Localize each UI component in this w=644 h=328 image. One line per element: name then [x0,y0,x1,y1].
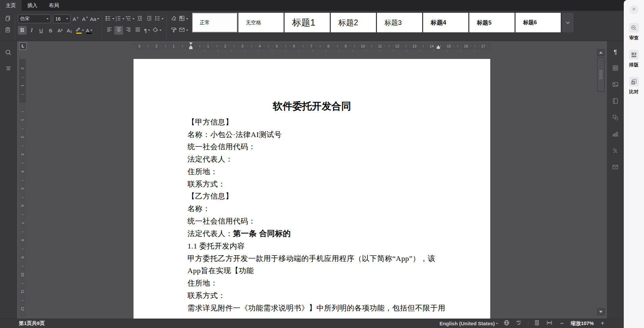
scrollbar-thumb[interactable] [597,57,605,92]
highlight-color-button[interactable] [75,26,84,35]
chevron-down-icon [82,30,84,31]
align-left-button[interactable] [105,26,114,35]
sidebar-item-review[interactable]: 审查 [629,23,639,41]
subscript-button[interactable]: A₂ [65,26,74,35]
shapes-strip-button[interactable] [611,114,620,123]
document-line[interactable]: 【乙方信息】 [187,190,436,203]
change-case-icon: Aa [90,16,96,22]
right-indent-marker[interactable] [437,45,440,47]
line-spacing-button[interactable] [154,14,164,23]
document-line[interactable]: 名称：小包公·法律AI测试号 [187,129,436,141]
chart-strip-button[interactable] [611,130,620,139]
document-line[interactable]: 名称： [187,203,436,215]
language-selector[interactable]: English (United States) [439,321,498,326]
document-title[interactable]: 软件委托开发合同 [187,99,436,113]
borders-button[interactable] [179,14,188,23]
paste-button[interactable] [3,26,12,35]
document-line[interactable]: 住所地： [187,166,436,178]
document-line[interactable]: 【甲方信息】 [187,116,436,129]
bold-button[interactable]: B [18,26,27,35]
text-box-strip-button[interactable] [611,97,620,106]
formatting-marks-button[interactable]: ¶ [143,26,151,35]
underline-button[interactable]: U [37,26,46,35]
fit-width-button[interactable] [546,320,553,327]
format-painter-button[interactable] [169,26,178,35]
copy-button[interactable] [3,14,12,23]
table-strip-button[interactable] [611,64,620,73]
document-line[interactable]: App旨在实现【功能 [187,265,436,277]
menu-tab-布局[interactable]: 布局 [43,0,65,11]
style-标题4[interactable]: 标题4 [423,13,468,32]
sidebar-item-typeset[interactable]: 排版 [629,50,639,68]
style-正常[interactable]: 正常 [192,13,237,32]
shrink-font-button[interactable]: A▼ [81,14,89,23]
spellcheck-button[interactable]: ABC [516,320,523,327]
style-标题5[interactable]: 标题5 [469,13,515,32]
outline-button[interactable] [4,65,12,73]
strikethrough-button[interactable]: S [46,26,55,35]
close-sidebar-button[interactable] [630,5,639,14]
style-无空格[interactable]: 无空格 [238,13,284,32]
document-line[interactable]: 联系方式： [187,178,436,191]
style-标题2[interactable]: 标题2 [331,13,376,32]
style-gallery-more-button[interactable] [562,13,574,32]
ruler-tick [272,46,273,46]
translate-button[interactable] [503,320,510,327]
style-标题6[interactable]: 标题6 [516,13,561,32]
scroll-down-button[interactable] [597,308,605,315]
numbered-list-button[interactable]: 123 [115,14,124,23]
decrease-indent-button[interactable] [135,14,144,23]
menu-tab-插入[interactable]: 插入 [22,0,43,11]
first-line-indent-marker[interactable] [189,42,193,45]
left-indent-marker[interactable] [189,47,193,49]
formatting-marks-strip-button[interactable]: ¶ [611,48,620,57]
image-strip-button[interactable] [611,81,620,90]
grow-font-button[interactable]: A▲ [71,14,80,23]
justify-button[interactable] [133,26,142,35]
fit-page-button[interactable] [533,320,541,327]
bullet-list-button[interactable] [105,14,114,23]
document-line[interactable]: 联系方式： [187,290,436,302]
document-line[interactable]: 法定代表人：第一条 合同标的 [187,227,436,240]
align-center-button[interactable] [114,26,123,35]
font-size-select[interactable]: 16 [53,14,70,23]
hanging-indent-marker[interactable] [189,45,193,47]
style-标题1[interactable]: 标题1 [285,13,330,32]
multilevel-list-button[interactable] [125,14,135,23]
align-right-button[interactable] [124,26,133,35]
document-line[interactable]: 统一社会信用代码： [187,141,436,153]
document-line[interactable]: 住所地： [187,277,436,290]
text-effects-strip-button[interactable]: Ta [611,147,620,156]
ruler-tick [148,45,148,47]
zoom-in-button[interactable]: + [599,320,606,327]
increase-indent-button[interactable] [145,14,153,23]
document-page[interactable]: 软件委托开发合同 【甲方信息】名称：小包公·法律AI测试号统一社会信用代码：法定… [134,59,490,319]
sidebar-item-compare[interactable]: 比对 [629,77,639,95]
font-name-select[interactable]: 仿宋 [18,14,51,23]
style-标题3[interactable]: 标题3 [377,13,422,32]
document-line[interactable]: 法定代表人： [187,153,436,166]
font-color-button[interactable]: A [85,26,93,35]
horizontal-ruler[interactable]: 3211234567891011121314151617 [134,42,490,50]
tab-stop-selector[interactable]: L [19,42,27,50]
ruler-number: 5 [276,44,278,48]
document-line[interactable]: 甲方委托乙方开发一款用于移动端的手机应用程序（以下简称“App”），该 [187,253,436,265]
zoom-level[interactable]: 缩放107% [571,320,594,327]
italic-button[interactable]: I [27,26,36,35]
page-indicator[interactable]: 第1页共9页 [19,320,45,327]
document-line[interactable]: 需求详见附件一《功能需求说明书》】中所列明的各项功能，包括但不限于用 [187,302,436,315]
vertical-scrollbar[interactable] [596,41,606,319]
mail-button[interactable] [179,26,188,35]
zoom-out-button[interactable]: − [558,320,566,327]
change-case-button[interactable]: Aa [90,14,99,23]
document-line[interactable]: 统一社会信用代码： [187,215,436,228]
shading-button[interactable] [152,26,162,35]
menu-tab-主页[interactable]: 主页 [0,0,22,11]
vertical-ruler[interactable]: 21123456789101112 [19,59,26,317]
superscript-button[interactable]: A² [56,26,64,35]
search-button[interactable] [4,49,12,57]
document-line[interactable]: 1.1 委托开发内容 [187,240,436,253]
scroll-up-button[interactable] [597,49,605,56]
mail-strip-button[interactable] [611,163,620,172]
eraser-button[interactable] [169,14,178,23]
